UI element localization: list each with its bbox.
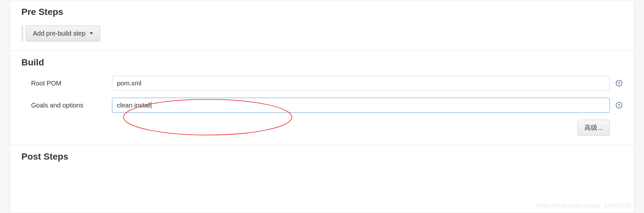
goals-row: Goals and options clean install ? (21, 98, 623, 113)
help-icon[interactable]: ? (615, 80, 623, 87)
text-cursor (151, 102, 152, 109)
svg-text:?: ? (618, 81, 620, 86)
help-icon[interactable]: ? (615, 102, 623, 109)
drag-handle[interactable] (21, 25, 23, 41)
advanced-button[interactable]: 高级... (578, 120, 610, 136)
goals-label: Goals and options (21, 102, 112, 109)
watermark-text: https://blog.csdn.net/qq_20042935 (536, 202, 631, 209)
config-panel: Pre Steps Add pre-build step Build Root … (10, 0, 634, 213)
caret-down-icon (89, 32, 93, 35)
pre-steps-title: Pre Steps (21, 7, 623, 17)
post-steps-section: Post Steps (10, 145, 634, 189)
add-pre-build-step-button[interactable]: Add pre-build step (26, 26, 100, 41)
advanced-row: 高级... (21, 120, 623, 136)
root-pom-label: Root POM (21, 80, 112, 87)
build-section: Build Root POM ? Goals and options clean… (10, 50, 634, 145)
goals-input-value: clean install (117, 102, 151, 109)
root-pom-input[interactable] (112, 76, 610, 91)
pre-steps-section: Pre Steps Add pre-build step (10, 0, 634, 50)
root-pom-input-wrap: ? (112, 76, 623, 91)
build-title: Build (21, 57, 623, 68)
post-steps-title: Post Steps (21, 151, 623, 162)
svg-text:?: ? (618, 103, 620, 108)
goals-input-wrap: clean install ? (112, 98, 623, 113)
root-pom-row: Root POM ? (21, 76, 623, 91)
goals-input[interactable]: clean install (112, 98, 610, 113)
add-pre-build-step-label: Add pre-build step (33, 30, 85, 37)
